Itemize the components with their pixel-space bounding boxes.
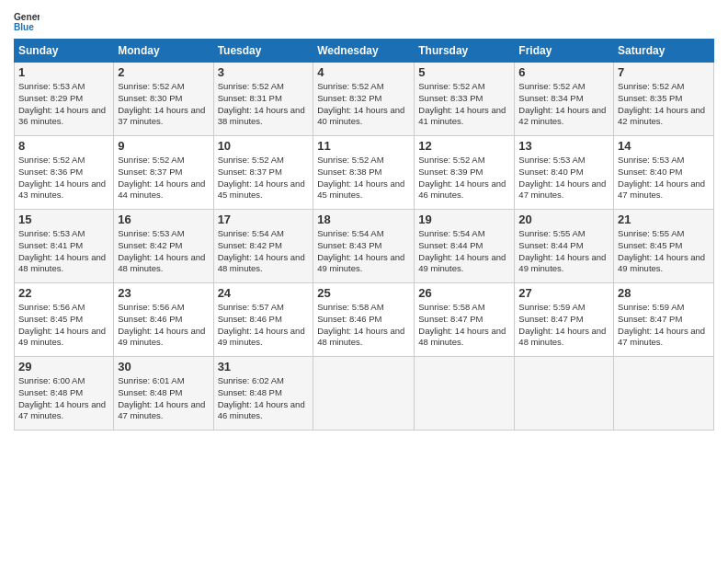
day-number: 19 xyxy=(418,213,510,226)
day-info: Sunrise: 6:01 AMSunset: 8:48 PMDaylight:… xyxy=(118,375,205,420)
svg-text:Blue: Blue xyxy=(14,22,34,32)
calendar-cell: 1 Sunrise: 5:53 AMSunset: 8:29 PMDayligh… xyxy=(15,63,114,136)
day-info: Sunrise: 5:54 AMSunset: 8:43 PMDaylight:… xyxy=(317,228,404,273)
day-number: 18 xyxy=(317,213,410,226)
day-info: Sunrise: 5:56 AMSunset: 8:45 PMDaylight:… xyxy=(18,302,106,347)
day-number: 5 xyxy=(418,65,510,79)
calendar-cell: 29 Sunrise: 6:00 AMSunset: 8:48 PMDaylig… xyxy=(15,357,114,431)
calendar-row: 22 Sunrise: 5:56 AMSunset: 8:45 PMDaylig… xyxy=(15,283,714,357)
day-number: 30 xyxy=(118,360,209,373)
calendar-cell xyxy=(515,357,614,431)
day-info: Sunrise: 5:52 AMSunset: 8:37 PMDaylight:… xyxy=(218,155,305,200)
day-info: Sunrise: 6:02 AMSunset: 8:48 PMDaylight:… xyxy=(218,375,305,420)
day-of-week-header: Monday xyxy=(114,40,213,63)
calendar-cell: 8 Sunrise: 5:52 AMSunset: 8:36 PMDayligh… xyxy=(15,136,114,210)
calendar-cell: 18 Sunrise: 5:54 AMSunset: 8:43 PMDaylig… xyxy=(313,210,415,283)
day-number: 20 xyxy=(518,213,609,226)
day-info: Sunrise: 5:52 AMSunset: 8:34 PMDaylight:… xyxy=(518,81,606,126)
day-info: Sunrise: 5:53 AMSunset: 8:41 PMDaylight:… xyxy=(18,228,106,273)
calendar-cell: 2 Sunrise: 5:52 AMSunset: 8:30 PMDayligh… xyxy=(114,63,213,136)
day-info: Sunrise: 5:55 AMSunset: 8:44 PMDaylight:… xyxy=(518,228,606,273)
svg-text:General: General xyxy=(14,12,40,22)
day-info: Sunrise: 5:54 AMSunset: 8:44 PMDaylight:… xyxy=(418,228,506,273)
day-number: 28 xyxy=(618,286,710,300)
calendar-cell xyxy=(415,357,515,431)
calendar-cell: 30 Sunrise: 6:01 AMSunset: 8:48 PMDaylig… xyxy=(114,357,213,431)
day-number: 1 xyxy=(18,65,109,79)
day-number: 23 xyxy=(118,286,209,300)
day-number: 31 xyxy=(218,360,310,373)
day-number: 16 xyxy=(118,213,209,226)
day-info: Sunrise: 5:58 AMSunset: 8:46 PMDaylight:… xyxy=(317,302,404,347)
calendar-cell: 14 Sunrise: 5:53 AMSunset: 8:40 PMDaylig… xyxy=(614,136,714,210)
day-number: 21 xyxy=(618,213,710,226)
logo: General Blue xyxy=(14,9,40,35)
day-info: Sunrise: 5:52 AMSunset: 8:36 PMDaylight:… xyxy=(18,155,106,200)
day-number: 10 xyxy=(218,139,310,153)
day-of-week-header: Tuesday xyxy=(213,40,313,63)
calendar-cell: 5 Sunrise: 5:52 AMSunset: 8:33 PMDayligh… xyxy=(415,63,515,136)
day-of-week-header: Sunday xyxy=(15,40,114,63)
calendar-row: 15 Sunrise: 5:53 AMSunset: 8:41 PMDaylig… xyxy=(15,210,714,283)
day-number: 4 xyxy=(317,65,410,79)
day-number: 6 xyxy=(518,65,609,79)
day-number: 27 xyxy=(518,286,609,300)
day-info: Sunrise: 5:58 AMSunset: 8:47 PMDaylight:… xyxy=(418,302,506,347)
calendar-cell: 13 Sunrise: 5:53 AMSunset: 8:40 PMDaylig… xyxy=(515,136,614,210)
calendar-row: 29 Sunrise: 6:00 AMSunset: 8:48 PMDaylig… xyxy=(15,357,714,431)
calendar-cell: 4 Sunrise: 5:52 AMSunset: 8:32 PMDayligh… xyxy=(313,63,415,136)
day-info: Sunrise: 6:00 AMSunset: 8:48 PMDaylight:… xyxy=(18,375,106,420)
day-info: Sunrise: 5:55 AMSunset: 8:45 PMDaylight:… xyxy=(618,228,705,273)
logo-icon: General Blue xyxy=(14,9,40,35)
day-info: Sunrise: 5:54 AMSunset: 8:42 PMDaylight:… xyxy=(218,228,305,273)
day-info: Sunrise: 5:52 AMSunset: 8:35 PMDaylight:… xyxy=(618,81,705,126)
calendar-row: 1 Sunrise: 5:53 AMSunset: 8:29 PMDayligh… xyxy=(15,63,714,136)
calendar-cell xyxy=(614,357,714,431)
day-info: Sunrise: 5:53 AMSunset: 8:40 PMDaylight:… xyxy=(618,155,705,200)
day-number: 9 xyxy=(118,139,209,153)
calendar-cell: 17 Sunrise: 5:54 AMSunset: 8:42 PMDaylig… xyxy=(213,210,313,283)
page-container: General Blue SundayMondayTuesdayWednesda… xyxy=(0,0,728,440)
day-info: Sunrise: 5:52 AMSunset: 8:37 PMDaylight:… xyxy=(118,155,205,200)
calendar-header: SundayMondayTuesdayWednesdayThursdayFrid… xyxy=(15,40,714,63)
day-info: Sunrise: 5:53 AMSunset: 8:29 PMDaylight:… xyxy=(18,81,106,126)
day-number: 25 xyxy=(317,286,410,300)
calendar-cell: 15 Sunrise: 5:53 AMSunset: 8:41 PMDaylig… xyxy=(15,210,114,283)
day-of-week-header: Saturday xyxy=(614,40,714,63)
day-of-week-header: Thursday xyxy=(415,40,515,63)
day-info: Sunrise: 5:56 AMSunset: 8:46 PMDaylight:… xyxy=(118,302,205,347)
calendar-cell: 10 Sunrise: 5:52 AMSunset: 8:37 PMDaylig… xyxy=(213,136,313,210)
day-number: 11 xyxy=(317,139,410,153)
day-number: 15 xyxy=(18,213,109,226)
day-info: Sunrise: 5:52 AMSunset: 8:31 PMDaylight:… xyxy=(218,81,305,126)
calendar-cell: 3 Sunrise: 5:52 AMSunset: 8:31 PMDayligh… xyxy=(213,63,313,136)
calendar-cell: 12 Sunrise: 5:52 AMSunset: 8:39 PMDaylig… xyxy=(415,136,515,210)
day-number: 29 xyxy=(18,360,109,373)
calendar-table: SundayMondayTuesdayWednesdayThursdayFrid… xyxy=(14,39,714,431)
calendar-cell: 27 Sunrise: 5:59 AMSunset: 8:47 PMDaylig… xyxy=(515,283,614,357)
calendar-cell: 16 Sunrise: 5:53 AMSunset: 8:42 PMDaylig… xyxy=(114,210,213,283)
day-of-week-header: Friday xyxy=(515,40,614,63)
calendar-cell: 11 Sunrise: 5:52 AMSunset: 8:38 PMDaylig… xyxy=(313,136,415,210)
calendar-cell xyxy=(313,357,415,431)
day-info: Sunrise: 5:59 AMSunset: 8:47 PMDaylight:… xyxy=(518,302,606,347)
calendar-cell: 6 Sunrise: 5:52 AMSunset: 8:34 PMDayligh… xyxy=(515,63,614,136)
calendar-cell: 28 Sunrise: 5:59 AMSunset: 8:47 PMDaylig… xyxy=(614,283,714,357)
day-info: Sunrise: 5:52 AMSunset: 8:38 PMDaylight:… xyxy=(317,155,404,200)
day-number: 14 xyxy=(618,139,710,153)
day-info: Sunrise: 5:57 AMSunset: 8:46 PMDaylight:… xyxy=(218,302,305,347)
day-number: 17 xyxy=(218,213,310,226)
calendar-cell: 7 Sunrise: 5:52 AMSunset: 8:35 PMDayligh… xyxy=(614,63,714,136)
day-number: 2 xyxy=(118,65,209,79)
calendar-cell: 19 Sunrise: 5:54 AMSunset: 8:44 PMDaylig… xyxy=(415,210,515,283)
calendar-cell: 20 Sunrise: 5:55 AMSunset: 8:44 PMDaylig… xyxy=(515,210,614,283)
calendar-cell: 23 Sunrise: 5:56 AMSunset: 8:46 PMDaylig… xyxy=(114,283,213,357)
day-info: Sunrise: 5:52 AMSunset: 8:30 PMDaylight:… xyxy=(118,81,205,126)
day-number: 7 xyxy=(618,65,710,79)
day-info: Sunrise: 5:52 AMSunset: 8:32 PMDaylight:… xyxy=(317,81,404,126)
day-info: Sunrise: 5:53 AMSunset: 8:42 PMDaylight:… xyxy=(118,228,205,273)
day-number: 3 xyxy=(218,65,310,79)
header: General Blue xyxy=(14,9,714,35)
day-info: Sunrise: 5:59 AMSunset: 8:47 PMDaylight:… xyxy=(618,302,705,347)
calendar-cell: 31 Sunrise: 6:02 AMSunset: 8:48 PMDaylig… xyxy=(213,357,313,431)
